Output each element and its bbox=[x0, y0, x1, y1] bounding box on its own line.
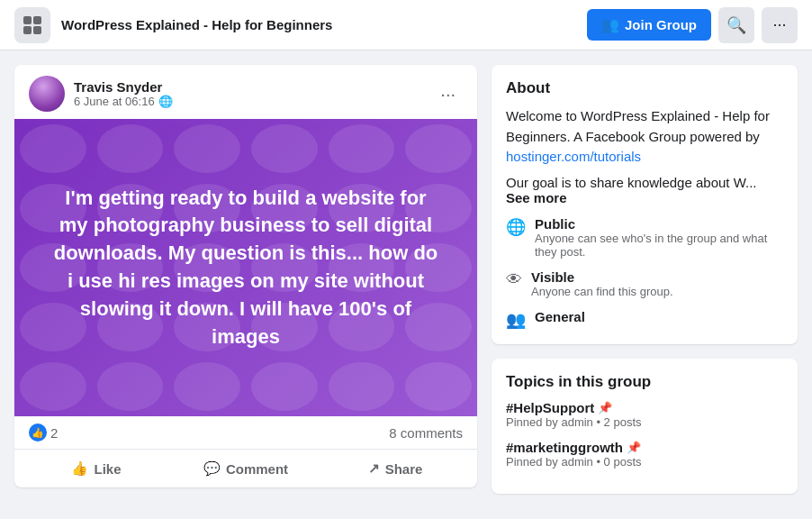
svg-rect-1 bbox=[33, 16, 41, 24]
about-goal: Our goal is to share knowledge about W..… bbox=[506, 175, 783, 205]
post-meta: 6 June at 06:16 🌐 bbox=[74, 95, 424, 108]
share-icon: ↗ bbox=[368, 460, 380, 477]
pin-icon-1: 📌 bbox=[598, 401, 612, 414]
visible-desc: Anyone can find this group. bbox=[531, 285, 673, 298]
topics-card: Topics in this group #HelpSupport 📌 Pinn… bbox=[492, 359, 798, 494]
post-reactions: 👍 2 8 comments bbox=[14, 416, 477, 450]
svg-rect-0 bbox=[23, 16, 32, 24]
visible-title: Visible bbox=[531, 269, 673, 285]
globe-icon: 🌐 bbox=[506, 217, 526, 237]
post-card: Travis Snyder 6 June at 06:16 🌐 ··· bbox=[14, 65, 477, 487]
author-name[interactable]: Travis Snyder bbox=[74, 79, 424, 95]
like-badge: 👍 bbox=[29, 423, 47, 442]
header: WordPress Explained - Help for Beginners… bbox=[0, 0, 812, 50]
svg-rect-2 bbox=[23, 26, 32, 34]
about-card: About Welcome to WordPress Explained - H… bbox=[492, 65, 798, 344]
reaction-like: 👍 2 bbox=[29, 423, 58, 442]
public-desc: Anyone can see who's in the group and wh… bbox=[535, 232, 783, 259]
public-title: Public bbox=[535, 216, 783, 232]
privacy-icon: 🌐 bbox=[158, 95, 173, 108]
comment-icon: 💬 bbox=[203, 460, 221, 477]
main-layout: Travis Snyder 6 June at 06:16 🌐 ··· bbox=[0, 50, 812, 508]
post-image: I'm getting ready to build a website for… bbox=[14, 119, 477, 416]
topics-title: Topics in this group bbox=[506, 373, 783, 391]
list-item: #HelpSupport 📌 Pinned by admin • 2 posts bbox=[506, 400, 783, 429]
group-logo bbox=[14, 7, 50, 43]
more-icon: ··· bbox=[772, 15, 786, 34]
header-actions: 👥 Join Group 🔍 ··· bbox=[587, 7, 798, 43]
post-header: Travis Snyder 6 June at 06:16 🌐 ··· bbox=[14, 65, 477, 119]
like-icon: 👍 bbox=[71, 460, 88, 477]
join-group-button[interactable]: 👥 Join Group bbox=[587, 9, 711, 41]
search-button[interactable]: 🔍 bbox=[718, 7, 754, 43]
feed-column: Travis Snyder 6 June at 06:16 🌐 ··· bbox=[14, 65, 477, 487]
post-actions: 👍 Like 💬 Comment ↗ Share bbox=[14, 450, 477, 487]
post-image-text: I'm getting ready to build a website for… bbox=[14, 163, 477, 373]
eye-icon: 👁 bbox=[506, 270, 522, 289]
pin-icon-2: 📌 bbox=[627, 441, 641, 454]
topic-meta-2: Pinned by admin • 0 posts bbox=[506, 455, 783, 469]
sidebar-column: About Welcome to WordPress Explained - H… bbox=[492, 65, 798, 494]
about-public-row: 🌐 Public Anyone can see who's in the gro… bbox=[506, 216, 783, 259]
about-title: About bbox=[506, 79, 783, 97]
group-name: WordPress Explained - Help for Beginners bbox=[61, 17, 576, 32]
comment-button[interactable]: 💬 Comment bbox=[171, 453, 320, 484]
group-type-icon: 👥 bbox=[506, 310, 526, 330]
svg-rect-3 bbox=[33, 26, 41, 34]
post-more-button[interactable]: ··· bbox=[433, 80, 463, 108]
reaction-count: 2 bbox=[50, 425, 58, 441]
see-more-link[interactable]: See more bbox=[506, 190, 567, 205]
search-icon: 🔍 bbox=[726, 15, 746, 35]
post-author-info: Travis Snyder 6 June at 06:16 🌐 bbox=[74, 79, 424, 108]
comments-count[interactable]: 8 comments bbox=[389, 425, 463, 441]
like-button[interactable]: 👍 Like bbox=[22, 453, 171, 484]
about-link[interactable]: hostinger.com/tutorials bbox=[506, 149, 641, 164]
share-button[interactable]: ↗ Share bbox=[320, 453, 470, 484]
topic-name-2[interactable]: #marketinggrowth 📌 bbox=[506, 440, 783, 455]
about-general-row: 👥 General bbox=[506, 309, 783, 330]
about-visible-row: 👁 Visible Anyone can find this group. bbox=[506, 269, 783, 298]
topic-name-1[interactable]: #HelpSupport 📌 bbox=[506, 400, 783, 415]
general-title: General bbox=[535, 309, 585, 324]
join-group-icon: 👥 bbox=[601, 16, 619, 33]
avatar bbox=[29, 76, 65, 112]
more-options-button[interactable]: ··· bbox=[762, 7, 798, 43]
list-item: #marketinggrowth 📌 Pinned by admin • 0 p… bbox=[506, 440, 783, 469]
topic-meta-1: Pinned by admin • 2 posts bbox=[506, 415, 783, 429]
about-description: Welcome to WordPress Explained - Help fo… bbox=[506, 106, 783, 168]
